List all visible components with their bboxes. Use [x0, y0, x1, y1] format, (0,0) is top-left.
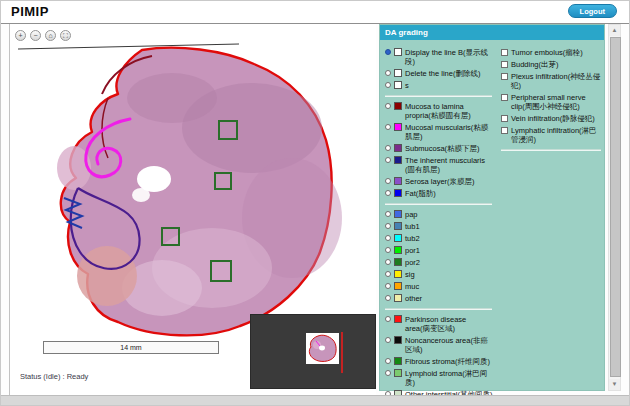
sidebar-left-column: Display the line B(显示线段)Delete the line(…: [385, 45, 493, 406]
grading-sidebar: DA grading Display the line B(显示线段)Delet…: [379, 24, 605, 391]
option-label: muc: [405, 282, 419, 291]
invasion-option-row[interactable]: Vein infiltration(静脉侵犯): [501, 114, 602, 123]
radio-button[interactable]: [385, 271, 391, 277]
layer-options-row[interactable]: The inherent muscularis (固有肌层): [385, 156, 493, 174]
line-tools-row[interactable]: Display the line B(显示线段): [385, 48, 493, 66]
type-options-row[interactable]: por2: [385, 258, 493, 267]
checkbox[interactable]: [501, 94, 508, 101]
line-tools-row[interactable]: s: [385, 81, 493, 90]
area-options-row[interactable]: Fibrous stroma(纤维间质): [385, 357, 493, 366]
option-label: other: [405, 294, 422, 303]
line-tools-row[interactable]: Delete the line(删除线): [385, 69, 493, 78]
radio-button[interactable]: [385, 259, 391, 265]
radio-button[interactable]: [385, 178, 391, 184]
radio-button[interactable]: [385, 157, 391, 163]
radio-button[interactable]: [385, 358, 391, 364]
option-label: Vein infiltration(静脉侵犯): [511, 114, 595, 123]
option-label: Lymphatic infiltration(淋巴管浸润): [511, 126, 602, 144]
option-label: Noncancerous area(非癌区域): [405, 336, 493, 354]
color-swatch: [394, 210, 402, 218]
app-header: PIMIP Logout: [1, 1, 629, 24]
color-swatch: [394, 369, 402, 377]
radio-button[interactable]: [385, 337, 391, 343]
radio-button[interactable]: [385, 190, 391, 196]
slide-edge-line: [18, 44, 239, 49]
area-options-row[interactable]: Noncancerous area(非癌区域): [385, 336, 493, 354]
invasion-option-row[interactable]: Lymphatic infiltration(淋巴管浸润): [501, 126, 602, 144]
invasion-option-row[interactable]: Tumor embolus(瘤栓): [501, 48, 602, 57]
zoom-in-button[interactable]: +: [15, 30, 26, 41]
option-label: Fibrous stroma(纤维间质): [405, 357, 490, 366]
option-label: sig: [405, 270, 415, 279]
invasion-option-row[interactable]: Budding(出芽): [501, 60, 602, 69]
checkbox[interactable]: [501, 115, 508, 122]
radio-button[interactable]: [385, 124, 391, 130]
zoom-out-button[interactable]: −: [30, 30, 41, 41]
invasion-option-row[interactable]: Peripheral small nerve clip(周围小神经侵犯): [501, 93, 602, 111]
color-swatch: [394, 315, 402, 323]
layer-options-row[interactable]: Submucosa(粘膜下层): [385, 144, 493, 153]
radio-button[interactable]: [385, 235, 391, 241]
option-label: The inherent muscularis (固有肌层): [405, 156, 493, 174]
type-options-row[interactable]: muc: [385, 282, 493, 291]
radio-button[interactable]: [385, 82, 391, 88]
scrollbar-up-icon[interactable]: ▲: [609, 25, 620, 36]
checkbox[interactable]: [501, 127, 508, 134]
radio-button[interactable]: [385, 211, 391, 217]
color-swatch: [394, 102, 402, 110]
layer-options-row[interactable]: Serosa layer(浆膜层): [385, 177, 493, 186]
scrollbar-thumb[interactable]: [610, 37, 621, 377]
checkbox[interactable]: [501, 61, 508, 68]
color-swatch: [394, 123, 402, 131]
area-options-row[interactable]: Parkinson disease area(病变区域): [385, 315, 493, 333]
radio-button[interactable]: [385, 70, 391, 76]
radio-button[interactable]: [385, 223, 391, 229]
sidebar-scrollbar[interactable]: ▲ ▼: [608, 24, 621, 391]
option-label: Mucosa to lamina propria(粘膜固有层): [405, 102, 493, 120]
navigator-thumbnail[interactable]: [306, 333, 339, 364]
area-options-row[interactable]: Lymphoid stroma(淋巴间质): [385, 369, 493, 387]
color-swatch: [394, 48, 402, 56]
radio-button[interactable]: [385, 145, 391, 151]
scrollbar-down-icon[interactable]: ▼: [609, 379, 620, 390]
type-options-row[interactable]: tub2: [385, 234, 493, 243]
radio-button[interactable]: [385, 295, 391, 301]
navigator-minimap[interactable]: [250, 314, 376, 389]
type-options-row[interactable]: tub1: [385, 222, 493, 231]
color-swatch: [394, 81, 402, 89]
type-options-row[interactable]: pap: [385, 210, 493, 219]
option-label: tub1: [405, 222, 420, 231]
navigator-viewport-marker: [341, 332, 343, 373]
option-label: Parkinson disease area(病变区域): [405, 315, 493, 333]
logout-button[interactable]: Logout: [568, 4, 617, 18]
sidebar-title: DA grading: [380, 25, 604, 40]
radio-button[interactable]: [385, 283, 391, 289]
invasion-option-row[interactable]: Plexus infiltration(神经丛侵犯): [501, 72, 602, 90]
home-button[interactable]: ⌂: [45, 30, 56, 41]
radio-button[interactable]: [385, 247, 391, 253]
option-label: Budding(出芽): [511, 60, 559, 69]
checkbox[interactable]: [501, 73, 508, 80]
radio-button[interactable]: [385, 103, 391, 109]
fullscreen-button[interactable]: ⛶: [60, 30, 71, 41]
tissue-texture: [77, 246, 137, 306]
color-swatch: [394, 69, 402, 77]
slide-image[interactable]: [12, 38, 368, 354]
group-divider: [501, 149, 601, 151]
type-options-row[interactable]: sig: [385, 270, 493, 279]
radio-button[interactable]: [385, 316, 391, 322]
slide-viewer[interactable]: +−⌂⛶: [9, 24, 376, 396]
viewer-toolbar: +−⌂⛶: [15, 30, 71, 41]
color-swatch: [394, 258, 402, 266]
checkbox[interactable]: [501, 49, 508, 56]
option-label: por2: [405, 258, 420, 267]
layer-options-row[interactable]: Mucosal muscularis(粘膜肌层): [385, 123, 493, 141]
color-swatch: [394, 270, 402, 278]
radio-button[interactable]: [385, 49, 391, 55]
type-options-row[interactable]: por1: [385, 246, 493, 255]
layer-options-row[interactable]: Mucosa to lamina propria(粘膜固有层): [385, 102, 493, 120]
color-swatch: [394, 336, 402, 344]
radio-button[interactable]: [385, 370, 391, 376]
type-options-row[interactable]: other: [385, 294, 493, 303]
layer-options-row[interactable]: Fat(脂肪): [385, 189, 493, 198]
